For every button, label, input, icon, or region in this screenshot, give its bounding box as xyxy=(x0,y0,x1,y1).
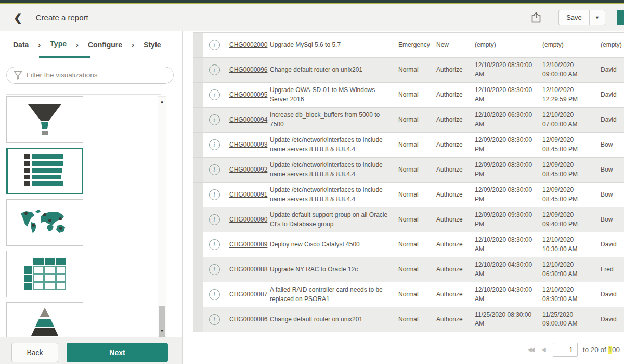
assigned-to-link[interactable]: Bow xyxy=(601,141,613,148)
run-button-partial[interactable] xyxy=(617,10,624,25)
filter-visualizations-input[interactable] xyxy=(6,67,174,84)
planned-start-date: 12/10/2020 06:30:00 AM xyxy=(475,108,542,132)
record-number-link[interactable]: CHG0000091 xyxy=(229,191,267,198)
short-description: Update default support group on all Orac… xyxy=(270,207,398,232)
record-number-link[interactable]: CHG0000090 xyxy=(229,216,267,223)
assigned-to-link[interactable]: David xyxy=(601,91,617,98)
assigned-to-link: (empty) xyxy=(601,41,622,48)
save-dropdown-button[interactable]: ▼ xyxy=(590,10,605,25)
assigned-to-link[interactable]: Bow xyxy=(601,191,613,198)
info-icon[interactable]: i xyxy=(209,289,220,300)
short-description: Upgrade NY RAC to Oracle 12c xyxy=(270,262,398,277)
page-number-input[interactable] xyxy=(553,343,578,357)
row-gutter xyxy=(193,183,203,207)
state-value: Authorize xyxy=(436,112,475,127)
brand-strip xyxy=(0,0,624,4)
record-number-link[interactable]: CHG0000094 xyxy=(229,116,267,123)
viz-list-scrollbar[interactable]: ▲ ▼ xyxy=(158,96,166,337)
info-icon[interactable]: i xyxy=(209,40,220,50)
next-button[interactable]: Next xyxy=(67,343,168,362)
priority-value: Normal xyxy=(398,112,436,127)
assigned-to-link[interactable]: Bow xyxy=(601,216,613,223)
assigned-to-link[interactable]: Bow xyxy=(601,166,613,173)
planned-end-date: 12/10/2020 08:30:00 AM xyxy=(542,282,601,307)
assigned-to-link[interactable]: Fred xyxy=(601,266,614,273)
assigned-to-link[interactable]: David xyxy=(601,316,617,323)
state-value: Authorize xyxy=(436,212,475,227)
record-number-link[interactable]: CHG0000092 xyxy=(229,166,267,173)
step-type[interactable]: Type xyxy=(50,40,67,49)
planned-end-date: 12/10/2020 12:29:59 PM xyxy=(542,83,601,107)
info-icon[interactable]: i xyxy=(209,264,220,275)
first-page-icon[interactable]: ◀◀ xyxy=(527,346,533,353)
chevron-right-icon: › xyxy=(38,40,41,49)
step-style[interactable]: Style xyxy=(144,41,161,49)
planned-end-date: 12/09/2020 08:45:00 PM xyxy=(542,183,601,207)
table-row: i CHG0000093 Update /etc/network/interfa… xyxy=(193,132,624,157)
short-description: Increase db_block_buffers from 5000 to 7… xyxy=(270,108,398,132)
info-icon[interactable]: i xyxy=(209,314,220,325)
viz-thumb-list[interactable] xyxy=(6,148,83,194)
wizard-breadcrumb: Data › Type › Configure › Style xyxy=(0,31,182,58)
short-description: A failed RAID controller card needs to b… xyxy=(270,282,398,307)
planned-start-date: 12/10/2020 04:30:00 AM xyxy=(475,257,542,282)
row-gutter xyxy=(193,232,203,257)
record-number-link[interactable]: CHG0000086 xyxy=(229,316,267,323)
priority-value: Normal xyxy=(398,62,436,77)
step-data[interactable]: Data xyxy=(13,41,29,49)
planned-end-date: 12/09/2020 09:40:00 PM xyxy=(542,207,601,232)
previous-page-icon[interactable]: ◀ xyxy=(541,346,544,353)
viz-thumb-map[interactable] xyxy=(6,199,83,246)
report-type-panel: Data › Type › Configure › Style xyxy=(0,31,183,337)
planned-end-date: 12/10/2020 07:00:00 AM xyxy=(542,108,601,132)
share-icon[interactable] xyxy=(529,11,543,24)
record-number-link[interactable]: CHG0000088 xyxy=(229,266,267,273)
state-value: Authorize xyxy=(436,237,475,252)
planned-start-date: (empty) xyxy=(475,37,542,53)
report-preview-area: i CHG0002000 Upgrade MySql 5.6 to 5.7 Em… xyxy=(183,31,624,364)
step-configure[interactable]: Configure xyxy=(88,41,122,49)
priority-value: Normal xyxy=(398,87,436,102)
chevron-right-icon: › xyxy=(132,40,134,49)
assigned-to-link[interactable]: David xyxy=(601,116,617,123)
short-description: Upgrade OWA-SD-01 to MS Windows Server 2… xyxy=(270,83,398,107)
info-icon[interactable]: i xyxy=(209,114,220,125)
divider xyxy=(6,94,161,95)
info-icon[interactable]: i xyxy=(209,214,220,225)
info-icon[interactable]: i xyxy=(209,139,220,150)
info-icon[interactable]: i xyxy=(209,64,220,75)
assigned-to-link[interactable]: David xyxy=(601,241,617,248)
viz-thumb-funnel[interactable] xyxy=(6,96,83,143)
chevron-right-icon: › xyxy=(76,40,79,49)
viz-thumb-table[interactable] xyxy=(6,251,83,297)
planned-start-date: 12/10/2020 08:30:00 AM xyxy=(475,83,542,107)
back-arrow-icon[interactable]: ❮ xyxy=(14,11,22,24)
record-number-link[interactable]: CHG0000093 xyxy=(229,141,267,148)
record-number-link[interactable]: CHG0000089 xyxy=(229,241,267,248)
save-button[interactable]: Save xyxy=(558,10,590,25)
state-value: Authorize xyxy=(436,87,475,102)
scroll-up-icon[interactable]: ▲ xyxy=(158,98,166,106)
planned-end-date: 12/10/2020 09:00:00 AM xyxy=(542,58,601,82)
state-value: Authorize xyxy=(436,187,475,202)
scroll-down-icon[interactable]: ▼ xyxy=(158,327,166,335)
state-value: New xyxy=(436,37,475,53)
back-button[interactable]: Back xyxy=(11,343,58,362)
record-number-link[interactable]: CHG0000095 xyxy=(229,91,267,98)
info-icon[interactable]: i xyxy=(209,189,220,200)
record-number-link[interactable]: CHG0002000 xyxy=(229,41,267,48)
info-icon[interactable]: i xyxy=(209,239,220,250)
assigned-to-link[interactable]: David xyxy=(601,66,617,73)
record-number-link[interactable]: CHG0000096 xyxy=(229,66,267,73)
info-icon[interactable]: i xyxy=(209,89,220,100)
wizard-footer: Back Next xyxy=(0,337,183,364)
record-number-link[interactable]: CHG0000087 xyxy=(229,291,267,298)
world-map-icon xyxy=(18,208,72,237)
table-row: i CHG0000089 Deploy new Cisco Catalyst 4… xyxy=(193,232,624,257)
assigned-to-link[interactable]: David xyxy=(601,291,617,298)
state-value: Authorize xyxy=(436,162,475,177)
row-gutter xyxy=(193,307,203,332)
viz-thumb-pyramid[interactable] xyxy=(6,302,83,337)
funnel-chart-icon xyxy=(21,101,69,138)
info-icon[interactable]: i xyxy=(209,164,220,175)
